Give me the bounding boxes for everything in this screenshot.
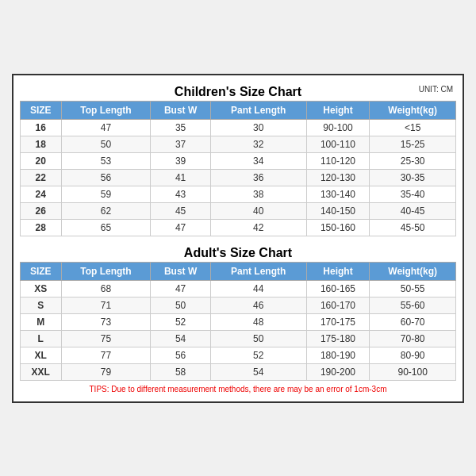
table-cell: 37 [151,136,210,152]
table-cell: 35 [151,119,210,136]
table-row: 22564136120-13030-35 [21,169,456,186]
table-cell: 79 [61,363,151,380]
table-cell: XS [21,280,62,297]
tips-text: TIPS: Due to different measurement metho… [20,381,456,395]
children-table: SIZE Top Length Bust W Pant Length Heigh… [20,101,456,236]
table-cell: 18 [21,136,62,152]
table-cell: 15-25 [370,136,456,152]
table-cell: 25-30 [370,152,456,169]
table-cell: 58 [151,363,210,380]
table-cell: 50 [61,136,151,152]
chart-container: Children's Size Chart UNIT: CM SIZE Top … [12,74,464,403]
table-cell: 22 [21,169,62,186]
children-section-title: Children's Size Chart UNIT: CM [20,82,456,101]
table-cell: 39 [151,152,210,169]
table-cell: 40-45 [370,202,456,219]
adult-col-bust-w: Bust W [151,262,210,280]
unit-label: UNIT: CM [419,85,453,94]
children-tbody: 1647353090-100<1518503732100-11015-25205… [21,119,456,236]
adult-header-row: SIZE Top Length Bust W Pant Length Heigh… [21,262,456,280]
table-cell: 110-120 [306,152,370,169]
table-cell: 65 [61,219,151,236]
table-cell: 50-55 [370,280,456,297]
table-cell: 45 [151,202,210,219]
table-cell: 80-90 [370,347,456,363]
table-cell: 56 [61,169,151,186]
table-cell: M [21,313,62,330]
table-cell: 62 [61,202,151,219]
children-col-height: Height [306,101,370,119]
adult-col-size: SIZE [21,262,62,280]
table-cell: 130-140 [306,186,370,202]
table-cell: 48 [210,313,306,330]
table-cell: 71 [61,297,151,313]
table-row: XL775652180-19080-90 [21,347,456,363]
table-row: 20533934110-12025-30 [21,152,456,169]
table-cell: XL [21,347,62,363]
table-cell: 30 [210,119,306,136]
table-cell: 35-40 [370,186,456,202]
table-row: 1647353090-100<15 [21,119,456,136]
table-cell: 44 [210,280,306,297]
table-row: 26624540140-15040-45 [21,202,456,219]
table-cell: 52 [210,347,306,363]
table-cell: 41 [151,169,210,186]
table-cell: 68 [61,280,151,297]
table-cell: 55-60 [370,297,456,313]
children-col-top-length: Top Length [61,101,151,119]
table-cell: 47 [151,280,210,297]
table-row: M735248170-17560-70 [21,313,456,330]
table-cell: 59 [61,186,151,202]
table-cell: XXL [21,363,62,380]
table-cell: 160-165 [306,280,370,297]
table-cell: 16 [21,119,62,136]
children-col-bust-w: Bust W [151,101,210,119]
children-col-pant-length: Pant Length [210,101,306,119]
table-cell: 160-170 [306,297,370,313]
table-cell: 54 [151,330,210,347]
table-row: 24594338130-14035-40 [21,186,456,202]
adult-section-title: Adult's Size Chart [20,243,456,262]
adult-col-height: Height [306,262,370,280]
table-row: L755450175-18070-80 [21,330,456,347]
table-cell: 53 [61,152,151,169]
table-cell: L [21,330,62,347]
table-cell: 73 [61,313,151,330]
table-row: XXL795854190-20090-100 [21,363,456,380]
adult-table: SIZE Top Length Bust W Pant Length Heigh… [20,262,456,381]
children-title-text: Children's Size Chart [175,85,301,98]
table-cell: 46 [210,297,306,313]
table-cell: 100-110 [306,136,370,152]
table-cell: 34 [210,152,306,169]
table-cell: 140-150 [306,202,370,219]
table-cell: 60-70 [370,313,456,330]
adult-col-top-length: Top Length [61,262,151,280]
table-cell: 38 [210,186,306,202]
table-cell: 50 [210,330,306,347]
table-cell: 26 [21,202,62,219]
table-cell: 120-130 [306,169,370,186]
adult-tbody: XS684744160-16550-55S715046160-17055-60M… [21,280,456,380]
adult-col-pant-length: Pant Length [210,262,306,280]
table-cell: 150-160 [306,219,370,236]
table-cell: 90-100 [370,363,456,380]
adult-col-weight: Weight(kg) [370,262,456,280]
table-cell: 175-180 [306,330,370,347]
table-cell: 42 [210,219,306,236]
table-cell: 30-35 [370,169,456,186]
table-cell: S [21,297,62,313]
table-cell: 45-50 [370,219,456,236]
table-cell: 77 [61,347,151,363]
table-cell: 52 [151,313,210,330]
table-cell: 190-200 [306,363,370,380]
children-header-row: SIZE Top Length Bust W Pant Length Heigh… [21,101,456,119]
table-cell: 90-100 [306,119,370,136]
table-cell: 36 [210,169,306,186]
table-cell: 43 [151,186,210,202]
table-cell: 24 [21,186,62,202]
table-cell: 40 [210,202,306,219]
table-row: 28654742150-16045-50 [21,219,456,236]
table-cell: <15 [370,119,456,136]
table-cell: 56 [151,347,210,363]
adult-title-text: Adult's Size Chart [184,246,292,259]
